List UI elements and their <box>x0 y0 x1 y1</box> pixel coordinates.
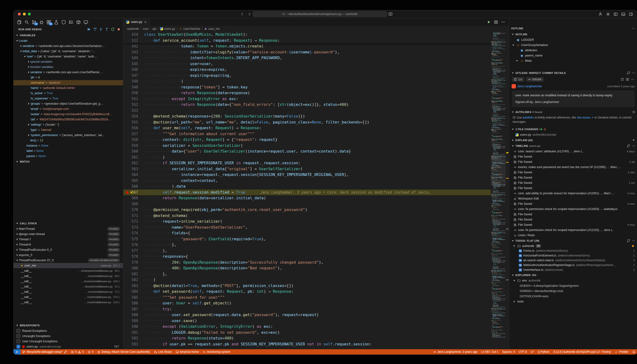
code-line[interactable]: 577········), <box>123 248 491 254</box>
variable-row[interactable]: 'system_permissions'=['access_admin_inte… <box>14 132 123 138</box>
code-line[interactable]: 545····················user=user, <box>123 61 491 67</box>
code-editor[interactable]: 542················token: Token = Token.… <box>123 32 509 349</box>
variable-row[interactable]: initial_data={'value': {'pk': 6, 'userna… <box>14 49 123 54</box>
run-python-file-button-icon[interactable] <box>487 20 491 24</box>
todos-section-header[interactable]: TODOS: FLAT (39) <box>509 238 637 244</box>
autolinks-link[interactable]: autolinks <box>522 116 534 119</box>
code-line[interactable]: 558········context: dict[str, Request] =… <box>123 137 491 143</box>
close-icon[interactable] <box>144 20 147 24</box>
variable-row[interactable]: len()=12 <box>14 138 123 143</box>
layout-sidebar-left-icon[interactable] <box>614 12 618 16</box>
variables-section-header[interactable]: VARIABLES <box>14 32 123 38</box>
step-into-button-icon[interactable] <box>99 28 103 31</box>
stack-frame-row[interactable]: __call__…/core/middleware.py71:1 <box>14 289 123 294</box>
code-line[interactable]: 554····@extend_schema(responses={200: Se… <box>123 114 491 120</box>
code-line[interactable]: 553 <box>123 108 491 114</box>
account-icon[interactable] <box>598 12 602 16</box>
source-control-icon[interactable]: 12 <box>32 20 36 24</box>
code-line[interactable]: 569 <box>123 201 491 207</box>
more-icon[interactable] <box>632 71 635 74</box>
variable-row[interactable]: parent=None <box>14 154 123 159</box>
code-line[interactable]: 565················context=context, <box>123 178 491 184</box>
commit-author-row[interactable]: Jens Langhammercommitted 3 years ago <box>509 83 637 90</box>
code-line[interactable]: 586········user: User = self.get_object(… <box>123 300 491 306</box>
statusbar-debug-session[interactable]: Debug: Attach Server Core (authentik) <box>95 349 152 354</box>
stack-frame-row[interactable]: __call__…/core/middleware.py48:1 <box>14 274 123 279</box>
code-line[interactable]: 567········self.request.session.modified… <box>123 190 491 196</box>
todo-file-item[interactable]: TSWebAuthnAuthenticatorRegisterStage.ts(… <box>509 263 637 268</box>
breakpoint-item[interactable]: ✓users.pyauthentik/core/api567 <box>14 344 123 349</box>
code-line[interactable]: 555····@action(url_path="me", url_name="… <box>123 120 491 126</box>
code-line[interactable]: 575················"password": CharField… <box>123 236 491 242</box>
code-line[interactable]: 585········"""Set password for user""" <box>123 295 491 300</box>
code-line[interactable]: 576············}, <box>123 242 491 248</box>
variable-row[interactable]: 'uid'='49d24724dfa590a20fb5961e9c6673cd1… <box>14 117 123 122</box>
split-editor-button-icon[interactable] <box>494 20 498 24</box>
callstack-thread-row[interactable]: ThreadPoolExecutor-37_0PAUSED ON BREAKPO… <box>14 258 123 263</box>
variable-row[interactable]: 'type'='internal' <box>14 127 123 132</box>
files-changed-section-header[interactable]: 1 FILE CHANGED+6-1 <box>509 126 637 132</box>
todo-file-item[interactable]: TSUserInterface.ts(web/src/user)1 <box>509 268 637 272</box>
todo-file-item[interactable]: TSForms.ts(web/src/elements/forms)1 <box>509 248 637 253</box>
code-line[interactable]: 559········serializer = SessionUserSeria… <box>123 143 491 149</box>
breadcrumb-item[interactable]: api <box>152 27 156 30</box>
timeline-item[interactable]: File Saved <box>509 217 637 222</box>
sparkle-icon[interactable] <box>632 138 635 142</box>
code-line[interactable]: 560············data={"user": UserSelfSer… <box>123 148 491 154</box>
breadcrumb-item[interactable]: core <box>143 27 148 30</box>
timeline-item[interactable]: File Saved <box>509 212 637 217</box>
timeline-item[interactable]: core: add ability to provide reason for … <box>509 191 637 196</box>
statusbar-eol[interactable]: LF <box>529 349 536 354</box>
todo-file-item[interactable]: TSak-search-select-view.ts(web/src/eleme… <box>509 258 637 263</box>
breadcrumb-item[interactable]: ◆user_me <box>204 27 220 30</box>
code-line[interactable]: 549················response["token"] = t… <box>123 84 491 90</box>
outline-item[interactable]: ◇Meta <box>509 58 637 64</box>
code-line[interactable]: 592············return Response(status=40… <box>123 336 491 341</box>
breadcrumb-item[interactable]: users.py <box>160 27 175 30</box>
code-line[interactable]: 557········"""Get information about curr… <box>123 131 491 137</box>
statusbar-problems[interactable]: 00 <box>69 349 86 354</box>
todo-root-row[interactable]: authentik39 <box>509 244 637 248</box>
restart-button-icon[interactable] <box>111 28 115 31</box>
go-env-value[interactable]: GOMOD=~/dev/authentik/go.mod <box>509 288 637 294</box>
timeline-item[interactable]: Undo / Redo <box>509 233 637 238</box>
breakpoints-section-header[interactable]: BREAKPOINTS <box>14 322 123 328</box>
code-line[interactable]: 574············fields={ <box>123 230 491 236</box>
history-back-icon[interactable] <box>240 12 244 16</box>
variable-row[interactable]: 'user'={'pk': 6, 'username': 'akadmin', … <box>14 54 123 59</box>
breadcrumb-item[interactable]: ◇UserViewSet <box>179 27 200 30</box>
callstack-thread-row[interactable]: Thread-7PAUSED <box>14 237 123 242</box>
sync-icon[interactable] <box>627 239 630 242</box>
code-line[interactable]: 566············).data <box>123 184 491 190</box>
timeline-item[interactable]: File Saved4 mos <box>509 222 637 228</box>
checkbox[interactable] <box>16 340 20 343</box>
callstack-thread-row[interactable]: asyncio_0PAUSED <box>14 252 123 258</box>
call-stack-section-header[interactable]: CALL STACK <box>14 220 123 226</box>
statusbar-beryl-uio-home[interactable]: beryl/uio-home <box>174 349 201 354</box>
code-line[interactable]: 589············user.save() <box>123 318 491 324</box>
autolinks-section-header[interactable]: AUTOLINKS0 found <box>509 109 637 115</box>
changed-file-row[interactable]: users.pyauthentik/core/api <box>509 132 637 137</box>
checkbox[interactable] <box>16 329 20 333</box>
code-line[interactable]: 573············name="UserPasswordSetSeri… <box>123 224 491 230</box>
explain-ai-section-header[interactable]: EXPLAIN (AI) <box>509 137 637 143</box>
variable-row[interactable]: 'username'='akadmin' <box>14 80 123 85</box>
outline-section-header[interactable]: OUTLINE <box>509 32 637 37</box>
code-line[interactable]: 584····def set_password(self, request: R… <box>123 289 491 295</box>
timeline-item[interactable]: core: search users' attributes (#12740) … <box>509 149 637 154</box>
statusbar-monitoring-system[interactable]: monitoring-system <box>201 349 232 354</box>
remote-explorer-icon[interactable] <box>84 20 88 24</box>
stack-frame-row[interactable]: __call__…/enterprise/middleware.py39:1 <box>14 268 123 274</box>
breakpoint-item[interactable]: Uncaught Exceptions <box>14 334 123 339</box>
code-line[interactable]: 593········if user.pk == request.user.pk… <box>123 341 491 347</box>
command-center[interactable]: ~/dev/authentik/authentik/core/api/users… <box>253 11 387 17</box>
statusbar-git-branch[interactable]: lifecycle/fix-debugger-setup* <box>20 349 69 354</box>
run-and-debug-icon[interactable] <box>39 20 44 24</box>
gitlens-icon[interactable] <box>61 20 66 24</box>
continue-button-icon[interactable] <box>87 28 91 31</box>
statusbar-formatter[interactable]: Prettier <box>613 349 630 354</box>
history-forward-icon[interactable] <box>247 12 252 16</box>
code-line[interactable]: 588············user.set_password(request… <box>123 312 491 318</box>
code-line[interactable]: 578········responses={ <box>123 254 491 260</box>
watch-section-header[interactable]: WATCH <box>14 159 123 164</box>
